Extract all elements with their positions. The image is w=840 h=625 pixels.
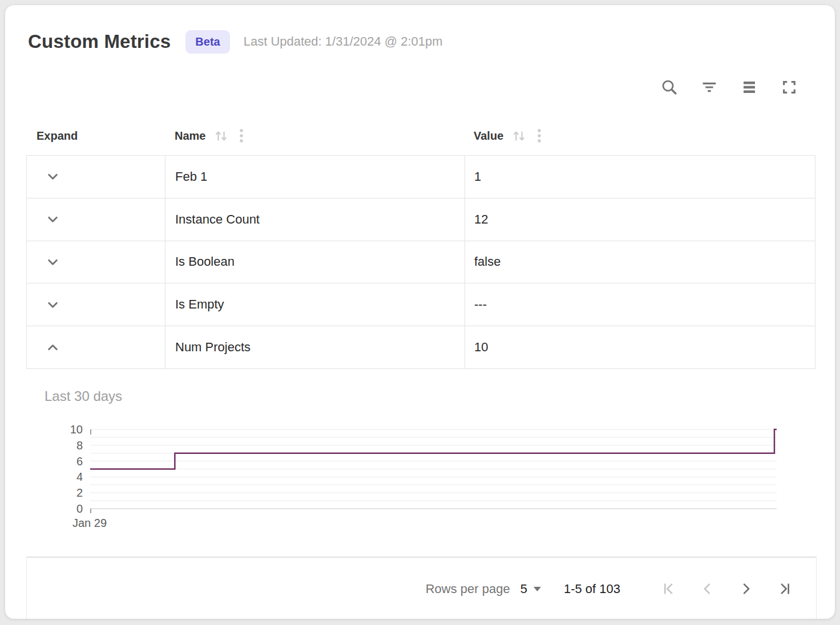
chart-title: Last 30 days bbox=[45, 388, 122, 404]
first-page-button bbox=[656, 577, 681, 602]
table-row: Is Booleanfalse bbox=[27, 241, 815, 284]
metric-name: Num Projects bbox=[175, 340, 251, 355]
filter-button[interactable] bbox=[697, 75, 722, 100]
chevron-down-icon bbox=[45, 212, 60, 227]
metrics-table-body: Feb 11Instance Count12Is BooleanfalseIs … bbox=[26, 155, 815, 369]
column-label: Expand bbox=[37, 129, 78, 143]
metric-value: --- bbox=[474, 297, 487, 312]
expand-cell bbox=[27, 241, 165, 283]
metric-name: Is Empty bbox=[175, 297, 224, 312]
fullscreen-icon bbox=[780, 78, 798, 96]
table-toolbar bbox=[657, 75, 802, 100]
chevron-up-icon bbox=[45, 340, 60, 355]
value-cell: 12 bbox=[465, 198, 815, 241]
expand-row-button[interactable] bbox=[42, 294, 63, 315]
beta-badge: Beta bbox=[185, 30, 229, 54]
custom-metrics-card: Custom Metrics Beta Last Updated: 1/31/2… bbox=[5, 5, 835, 619]
y-axis-tick-label: 0 bbox=[34, 502, 83, 516]
y-axis-tick-label: 4 bbox=[34, 470, 83, 484]
column-label: Value bbox=[474, 129, 503, 143]
table-row: Feb 11 bbox=[27, 156, 815, 198]
value-cell: --- bbox=[465, 283, 815, 326]
chevron-down-icon bbox=[45, 254, 60, 270]
metric-value: 1 bbox=[474, 169, 481, 184]
metric-name: Is Boolean bbox=[175, 254, 235, 269]
column-label: Name bbox=[175, 129, 205, 143]
expand-cell bbox=[27, 326, 165, 368]
table-footer: Rows per page 5 1-5 of 103 bbox=[26, 557, 817, 619]
sort-name-button[interactable] bbox=[213, 128, 229, 144]
row-density-icon bbox=[740, 78, 758, 96]
pagination-range-label: 1-5 of 103 bbox=[564, 582, 620, 596]
y-axis-tick-label: 6 bbox=[34, 454, 83, 468]
column-menu-name-button[interactable] bbox=[235, 128, 248, 144]
kebab-menu-icon bbox=[235, 128, 248, 144]
rows-per-page-select[interactable]: 5 bbox=[520, 582, 541, 596]
rows-per-page-value: 5 bbox=[520, 582, 527, 596]
table-row: Instance Count12 bbox=[27, 198, 815, 241]
expand-cell bbox=[27, 156, 165, 198]
column-header-expand: Expand bbox=[26, 129, 164, 143]
chevron-down-icon bbox=[45, 297, 60, 312]
chevron-down-icon bbox=[45, 169, 60, 184]
page-header: Custom Metrics Beta Last Updated: 1/31/2… bbox=[28, 25, 443, 59]
value-cell: 10 bbox=[465, 326, 815, 368]
metric-line bbox=[90, 429, 777, 469]
fullscreen-button[interactable] bbox=[777, 75, 802, 100]
column-header-name[interactable]: Name bbox=[164, 128, 464, 144]
sort-value-button[interactable] bbox=[511, 128, 527, 144]
pagination-bar: Rows per page 5 1-5 of 103 bbox=[27, 558, 816, 619]
expand-row-button[interactable] bbox=[42, 166, 63, 188]
expand-cell bbox=[27, 283, 165, 326]
row-density-button[interactable] bbox=[737, 75, 762, 100]
column-header-value[interactable]: Value bbox=[464, 128, 815, 144]
name-cell: Instance Count bbox=[165, 198, 465, 241]
name-cell: Feb 1 bbox=[165, 156, 465, 198]
metric-name: Feb 1 bbox=[175, 169, 207, 184]
chart-y-axis: 0246810 bbox=[34, 423, 83, 520]
metric-step-chart bbox=[90, 429, 777, 509]
chart-plot-area bbox=[90, 429, 777, 509]
collapse-row-button[interactable] bbox=[42, 336, 63, 358]
sort-arrows-icon bbox=[511, 128, 527, 144]
rows-per-page-label: Rows per page bbox=[426, 582, 510, 596]
filter-icon bbox=[700, 78, 718, 96]
x-axis-tick-label: Jan 29 bbox=[62, 517, 117, 530]
table-header-row: Expand Name Value bbox=[26, 119, 815, 152]
name-cell: Num Projects bbox=[165, 326, 465, 368]
first-page-icon bbox=[661, 581, 676, 596]
expand-row-button[interactable] bbox=[42, 251, 63, 273]
value-cell: false bbox=[465, 241, 815, 283]
search-icon bbox=[660, 78, 679, 96]
chevron-right-icon bbox=[738, 581, 754, 596]
chevron-left-icon bbox=[700, 581, 715, 596]
next-page-button[interactable] bbox=[733, 577, 758, 602]
kebab-menu-icon bbox=[532, 128, 546, 144]
last-page-icon bbox=[777, 581, 793, 596]
name-cell: Is Boolean bbox=[165, 241, 465, 283]
last-page-button[interactable] bbox=[772, 577, 797, 602]
metric-value: 10 bbox=[474, 340, 488, 355]
expand-row-button[interactable] bbox=[42, 209, 63, 230]
caret-down-icon bbox=[534, 587, 541, 591]
y-axis-tick-label: 2 bbox=[34, 486, 83, 500]
last-updated-text: Last Updated: 1/31/2024 @ 2:01pm bbox=[244, 34, 443, 49]
search-button[interactable] bbox=[657, 75, 682, 100]
sort-arrows-icon bbox=[213, 128, 229, 144]
value-cell: 1 bbox=[465, 156, 815, 198]
previous-page-button bbox=[694, 577, 720, 602]
page-title: Custom Metrics bbox=[28, 31, 171, 52]
y-axis-tick-label: 10 bbox=[34, 423, 83, 436]
table-row: Is Empty--- bbox=[27, 283, 815, 326]
table-row: Num Projects10 bbox=[27, 326, 815, 368]
name-cell: Is Empty bbox=[165, 283, 465, 326]
y-axis-tick-label: 8 bbox=[34, 439, 83, 452]
metric-name: Instance Count bbox=[175, 212, 260, 227]
column-menu-value-button[interactable] bbox=[532, 128, 546, 144]
metric-value: 12 bbox=[474, 212, 488, 227]
expand-cell bbox=[27, 198, 165, 241]
metric-value: false bbox=[474, 254, 500, 269]
